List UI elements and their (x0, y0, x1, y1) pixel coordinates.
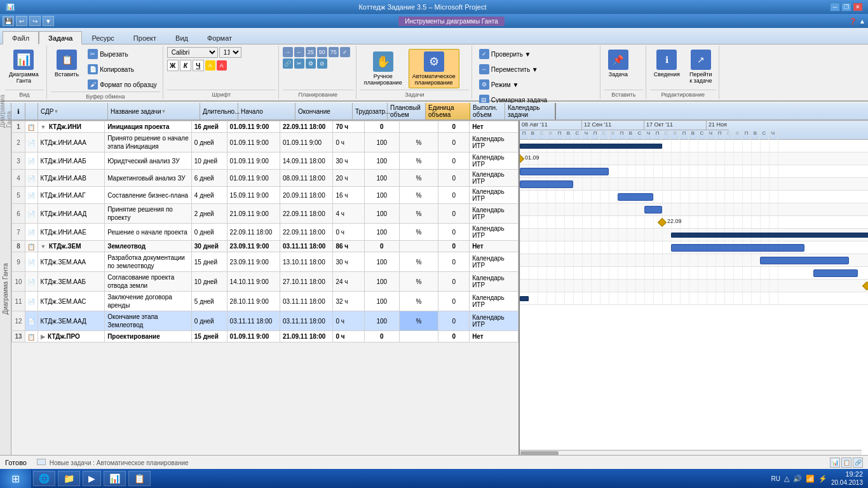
grid-area[interactable]: 1📋▼ КТДж.ИНИИнициация проекта16 дней01.0… (11, 121, 520, 456)
gantt-bar[interactable] (520, 296, 529, 301)
expand-icon[interactable]: ▼ (41, 124, 48, 130)
pct75-btn[interactable]: 75 (329, 47, 339, 57)
taskbar-media[interactable]: ▶ (83, 471, 101, 486)
unit-vol-cell[interactable]: % (399, 311, 438, 331)
unit-vol-cell[interactable] (399, 331, 438, 342)
gantt-bar[interactable] (760, 257, 849, 264)
expand-icon[interactable]: ▶ (41, 334, 47, 340)
gantt-bar[interactable] (520, 180, 573, 188)
unit-vol-cell[interactable]: % (399, 204, 438, 224)
table-row[interactable]: 4📄КТДж.ИНИ.ААВМаркетинговый анализ ЗУ6 д… (12, 170, 519, 187)
col-header-done-vol[interactable]: Выполн. объем (470, 103, 505, 119)
col-header-wbs[interactable]: СДР▼ (38, 103, 108, 119)
system-menu-btn[interactable]: 📊 (5, 3, 15, 11)
taskbar-ms-project[interactable]: 📊 (104, 471, 126, 486)
col-header-finish[interactable]: Окончание (295, 103, 353, 119)
view-network-btn[interactable]: 🔗 (853, 458, 863, 468)
italic-btn[interactable]: К (180, 60, 191, 71)
minimize-ribbon-btn[interactable]: ▲ (859, 18, 865, 25)
col-header-duration[interactable]: Длительно... (200, 103, 238, 119)
col-header-unit-vol[interactable]: Единица объема (426, 103, 470, 119)
highlight-color-btn[interactable]: А (205, 60, 215, 71)
gantt-bar[interactable] (618, 193, 653, 201)
underline-btn[interactable]: Ч (193, 60, 204, 71)
taskbar-app5[interactable]: 📋 (128, 471, 151, 486)
copy-btn[interactable]: 📄 Копировать (85, 62, 160, 76)
inactive-btn[interactable]: ⊘ (317, 58, 327, 69)
col-header-calendar[interactable]: Календарь задачи (505, 103, 556, 119)
gantt-milestone[interactable] (520, 154, 524, 163)
format-paint-btn[interactable]: 🖌 Формат по образцу (85, 78, 160, 92)
view-gantt-btn[interactable]: 📊 (830, 458, 840, 468)
paste-btn[interactable]: 📋 Вставить (51, 47, 83, 80)
gantt-bar[interactable] (671, 244, 804, 252)
tab-project[interactable]: Проект (124, 31, 166, 44)
table-row[interactable]: 5📄КТДж.ИНИ.ААГСоставление бизнес-плана4 … (12, 187, 519, 204)
expand-icon[interactable]: ▼ (41, 243, 48, 250)
unit-vol-cell[interactable] (399, 241, 438, 252)
unit-vol-cell[interactable]: % (399, 252, 438, 272)
table-row[interactable]: 3📄КТДж.ИНИ.ААБЮридтческий анализ ЗУ10 дн… (12, 152, 519, 170)
tab-file[interactable]: Файл (3, 31, 39, 44)
gantt-chart-btn[interactable]: 📊 ДиаграммаГанта (5, 47, 43, 86)
table-row[interactable]: 2📄КТДж.ИНИ.АААПринято решение о начале э… (12, 133, 519, 152)
pct50-btn[interactable]: 50 (317, 47, 327, 57)
tab-format[interactable]: Формат (198, 31, 241, 44)
tab-resource[interactable]: Ресурс (82, 31, 123, 44)
unit-vol-cell[interactable]: % (399, 224, 438, 241)
taskbar-ie[interactable]: 🌐 (33, 471, 55, 486)
start-button[interactable]: ⊞ (0, 469, 32, 488)
bold-btn[interactable]: Ж (167, 60, 179, 71)
unit-vol-cell[interactable]: % (399, 272, 438, 292)
outdent-btn[interactable]: ← (294, 47, 304, 57)
unit-vol-cell[interactable] (399, 121, 438, 133)
unlink-btn[interactable]: ✂ (294, 58, 304, 69)
table-row[interactable]: 12📄КТДж.ЗЕМ.ААДОкончание этапа Землеотво… (12, 311, 519, 331)
gantt-milestone[interactable] (862, 281, 868, 290)
pct25-btn[interactable]: 25 (306, 47, 316, 57)
table-row[interactable]: 7📄КТДж.ИНИ.ААЕРешение о начале проекта0 … (12, 224, 519, 241)
move-btn[interactable]: ↔ Переместить ▼ (476, 62, 541, 76)
taskbar-explorer[interactable]: 📁 (58, 471, 80, 486)
table-row[interactable]: 6📄КТДж.ИНИ.ААДПринятие решения по проект… (12, 204, 519, 224)
unit-vol-cell[interactable]: % (399, 187, 438, 204)
col-header-start[interactable]: Начало (238, 103, 295, 119)
gantt-bar[interactable] (671, 233, 868, 238)
table-row[interactable]: 1📋▼ КТДж.ИНИИнициация проекта16 дней01.0… (12, 121, 519, 133)
unit-vol-cell[interactable]: % (399, 133, 438, 152)
manual-planning-btn[interactable]: ✋ Ручноепланирование (360, 49, 406, 88)
qa-extra-btn[interactable]: ▼ (43, 16, 54, 26)
table-row[interactable]: 8📋▼ КТДж.ЗЕМЗемлеотвод30 дней23.09.11 9:… (12, 241, 519, 252)
tab-task[interactable]: Задача (39, 31, 82, 44)
pct100-btn[interactable]: ✓ (340, 47, 350, 57)
gantt-bar[interactable] (520, 144, 662, 149)
link-btn[interactable]: 🔗 (283, 58, 293, 69)
close-btn[interactable]: ✕ (853, 3, 863, 11)
indent-btn[interactable]: → (283, 47, 293, 57)
gantt-bar[interactable] (644, 206, 662, 214)
tab-view[interactable]: Вид (166, 31, 198, 44)
task-info-btn[interactable]: ℹ Сведения (650, 47, 684, 80)
goto-task-btn[interactable]: ↗ Перейтик задаче (686, 47, 716, 86)
font-color-btn[interactable]: А (217, 60, 227, 71)
col-header-planned-vol[interactable]: Плановый объем (388, 103, 426, 119)
unit-vol-cell[interactable]: % (399, 152, 438, 170)
gantt-bar[interactable] (813, 269, 858, 277)
mode-btn[interactable]: ⚙ Режим ▼ (476, 78, 522, 92)
save-quick-btn[interactable]: 💾 (3, 16, 14, 26)
cut-btn[interactable]: ✂ Вырезать (85, 47, 160, 61)
unit-vol-cell[interactable]: % (399, 292, 438, 311)
col-header-name[interactable]: Название задачи▼ (108, 103, 200, 119)
table-row[interactable]: 10📄КТДж.ЗЕМ.ААБСогласование проекта отво… (12, 272, 519, 292)
minimize-btn[interactable]: ─ (830, 3, 840, 11)
table-row[interactable]: 13📋▶ КТДж.ПРОПроектирование15 дней01.09.… (12, 331, 519, 342)
table-row[interactable]: 9📄КТДж.ЗЕМ.АААРазработка документации по… (12, 252, 519, 272)
gantt-bar[interactable] (520, 168, 609, 175)
redo-btn[interactable]: ↪ (29, 16, 41, 26)
restore-btn[interactable]: ❐ (841, 3, 851, 11)
col-header-work[interactable]: Трудозатр... (353, 103, 388, 119)
auto-planning-btn[interactable]: ⚙ Автоматическоепланирование (409, 49, 459, 88)
undo-btn[interactable]: ↩ (16, 16, 27, 26)
check-btn[interactable]: ✓ Проверить ▼ (476, 47, 534, 61)
font-size-select[interactable]: 11 (219, 47, 241, 58)
